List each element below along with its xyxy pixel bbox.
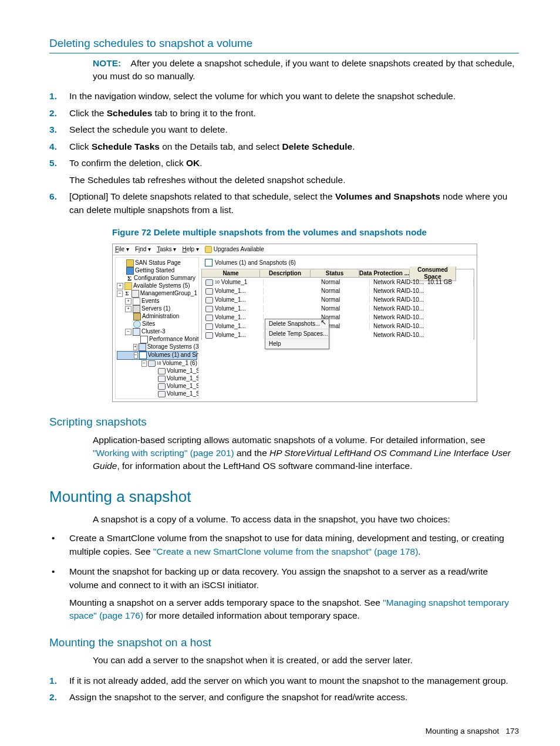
link-create-smartclone[interactable]: "Create a new SmartClone volume from the…	[153, 546, 418, 556]
table-row[interactable]: Volume_1...NormalNetwork RAID-10...	[202, 322, 474, 331]
snapshot-icon	[205, 315, 213, 321]
tree-snap[interactable]: Volume_1_Sc	[167, 390, 199, 397]
figure-caption: Figure 72 Delete multiple snapshots from…	[112, 226, 519, 239]
table-row[interactable]: Volume_1...NormalNetwork RAID-10...	[202, 296, 474, 305]
tree-sites[interactable]: Sites	[142, 320, 155, 328]
folder-icon	[124, 282, 132, 290]
step-host-2: Assign the snapshot to the server, and c…	[49, 691, 519, 704]
page-number: 173	[505, 727, 519, 735]
section-mounting-snapshot: Mounting a snapshot	[49, 486, 519, 508]
col-description[interactable]: Description	[260, 270, 311, 278]
expand-icon[interactable]: +	[125, 306, 131, 312]
collapse-icon[interactable]: −	[125, 329, 131, 335]
doc-icon	[133, 298, 140, 305]
volume-icon	[205, 279, 213, 286]
tree-available-systems[interactable]: Available Systems (5)	[133, 282, 190, 289]
scripting-paragraph: Application-based scripting allows autom…	[93, 434, 519, 473]
cluster-icon	[133, 328, 140, 336]
step-host-1: If it is not already added, add the serv…	[49, 674, 519, 687]
step-2: Click the Schedules tab to bring it to t…	[49, 107, 519, 120]
tree-cluster[interactable]: Cluster-3	[141, 328, 166, 335]
step-5-note: The Schedules tab refreshes without the …	[69, 174, 519, 187]
tree-snap[interactable]: Volume_1_sn	[167, 398, 199, 399]
ctx-delete-temp-spaces[interactable]: Delete Temp Spaces...	[265, 329, 329, 339]
server-icon	[133, 305, 140, 313]
snapshot-icon	[158, 383, 166, 390]
sigma-icon: Σ	[124, 290, 130, 297]
table-row[interactable]: 10Volume_1NormalNetwork RAID-10...10.11 …	[202, 278, 474, 287]
volumes-icon	[139, 352, 147, 359]
monitor-icon	[140, 336, 148, 343]
tree-san-status[interactable]: SAN Status Page	[135, 259, 181, 266]
tree-perf-monitor[interactable]: Performance Monitor	[149, 336, 199, 343]
upgrades-available[interactable]: Upgrades Available	[205, 246, 264, 253]
page-footer: Mounting a snapshot 173	[49, 725, 519, 737]
tree-storage-systems[interactable]: Storage Systems (3)	[147, 343, 199, 350]
expand-icon[interactable]: +	[117, 283, 123, 289]
globe-icon	[133, 320, 141, 328]
snapshot-icon	[158, 376, 166, 382]
volume-icon	[148, 360, 156, 367]
bullet-mount-snapshot: Mount the snapshot for backing up or dat…	[49, 565, 519, 623]
col-data-protection[interactable]: Data Protection ...	[359, 270, 410, 278]
menu-find[interactable]: Find ▾	[135, 246, 151, 253]
tree-servers[interactable]: Servers (1)	[141, 305, 170, 312]
mounting-host-intro: You can add a server to the snapshot whe…	[93, 654, 519, 667]
arrow-icon	[126, 267, 134, 275]
collapse-icon[interactable]: −	[134, 352, 138, 359]
collapse-icon[interactable]: −	[141, 360, 147, 367]
alert-icon	[205, 246, 212, 253]
tree-snap[interactable]: Volume_1_Sc	[167, 367, 199, 374]
note-text: After you delete a snapshot schedule, if…	[93, 58, 515, 81]
snapshot-icon	[205, 288, 213, 295]
expand-icon[interactable]: +	[133, 344, 137, 350]
snapshot-icon	[205, 323, 213, 330]
table-row[interactable]: Volume_1...NormalNetwork RAID-10...	[202, 313, 474, 322]
snapshot-icon	[158, 391, 166, 397]
bullet-smartclone: Create a SmartClone volume from the snap…	[49, 532, 519, 558]
table-header-row: Name Description Status Data Protection …	[202, 269, 474, 278]
col-name[interactable]: Name	[202, 270, 260, 278]
steps-delete-schedule: In the navigation window, select the vol…	[49, 90, 519, 217]
note-block: NOTE: After you delete a snapshot schedu…	[93, 57, 519, 83]
tree-snap[interactable]: Volume_1_Sc	[167, 383, 199, 390]
tree-mgmt-group[interactable]: ManagementGroup_1	[140, 290, 197, 297]
home-icon	[126, 259, 134, 267]
menu-file[interactable]: File ▾	[115, 246, 129, 253]
steps-mount-host: If it is not already added, add the serv…	[49, 674, 519, 704]
snapshot-icon	[158, 399, 166, 399]
tree-config-summary[interactable]: Configuration Summary	[134, 275, 195, 282]
tree-events[interactable]: Events	[141, 298, 160, 305]
section-mounting-on-host: Mounting the snapshot on a host	[49, 634, 519, 651]
step-5: To confirm the deletion, click OK. The S…	[49, 157, 519, 187]
volumes-table: Name Description Status Data Protection …	[201, 269, 474, 340]
snapshot-icon	[205, 297, 213, 303]
tree-snap[interactable]: Volume_1_Sc	[167, 375, 199, 382]
table-row[interactable]: Volume_1...Network RAID-10...	[202, 331, 474, 340]
table-row[interactable]: Volume_1...NormalNetwork RAID-10...	[202, 305, 474, 313]
col-status[interactable]: Status	[311, 270, 359, 278]
mounting-intro: A snapshot is a copy of a volume. To acc…	[93, 513, 519, 526]
navigation-tree[interactable]: SAN Status Page Getting Started ΣConfigu…	[115, 257, 199, 399]
menu-help[interactable]: Help ▾	[183, 246, 199, 253]
link-working-with-scripting[interactable]: "Working with scripting" (page 201)	[93, 448, 234, 458]
figure-screenshot: File ▾ Find ▾ Tasks ▾ Help ▾ Upgrades Av…	[112, 244, 477, 402]
snapshot-icon	[205, 306, 213, 312]
expand-icon[interactable]: +	[125, 298, 131, 305]
app-menubar: File ▾ Find ▾ Tasks ▾ Help ▾ Upgrades Av…	[113, 244, 477, 255]
ctx-delete-snapshots[interactable]: Delete Snapshots...	[265, 319, 329, 329]
tool-icon	[133, 313, 141, 320]
step-4: Click Schedule Tasks on the Details tab,…	[49, 140, 519, 153]
collapse-icon[interactable]: −	[117, 291, 123, 297]
section-scripting-snapshots: Scripting snapshots	[49, 414, 519, 430]
ctx-help[interactable]: Help	[265, 339, 329, 349]
group-icon	[131, 290, 139, 298]
tree-volume-1[interactable]: Volume_1 (6)	[163, 360, 197, 367]
tree-volumes-snapshots[interactable]: Volumes (1) and Snapsl	[148, 352, 199, 359]
tree-administration[interactable]: Administration	[142, 313, 179, 320]
table-row[interactable]: Volume_1...NormalNetwork RAID-10...	[202, 287, 474, 296]
menu-tasks[interactable]: Tasks ▾	[157, 246, 176, 253]
tree-getting-started[interactable]: Getting Started	[135, 267, 174, 274]
storage-icon	[139, 343, 146, 351]
mounting-bullets: Create a SmartClone volume from the snap…	[49, 532, 519, 623]
